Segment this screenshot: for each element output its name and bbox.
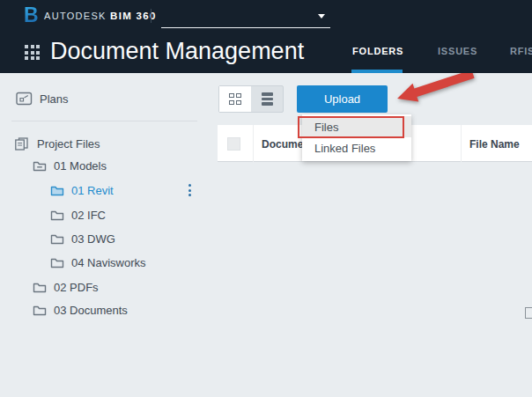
tab-rfis[interactable]: RFIS (510, 46, 532, 56)
project-files-icon (14, 137, 30, 151)
tab-folders[interactable]: FOLDERS (352, 46, 403, 56)
sidebar-item-plans[interactable]: Plans (0, 88, 220, 109)
grid-view-button[interactable] (219, 86, 251, 112)
select-all-checkbox[interactable] (227, 137, 240, 151)
folder-item-01-revit[interactable]: 01 Revit (0, 180, 255, 201)
top-bar: B AUTODESK BIM 360 (0, 0, 532, 32)
module-picker-icon[interactable] (25, 45, 40, 60)
module-header: Document Management FOLDERS ISSUES RFIS (0, 32, 532, 73)
active-tab-indicator (351, 70, 403, 73)
sidebar-item-project-files[interactable]: Project Files (0, 133, 218, 154)
brand-autodesk: AUTODESK (44, 11, 107, 21)
list-view-button[interactable] (251, 86, 283, 112)
tab-issues[interactable]: ISSUES (438, 46, 477, 56)
folder-selected-icon (50, 185, 64, 196)
bim360-window: B AUTODESK BIM 360 Document Management F… (0, 0, 532, 397)
folder-item-02-pdfs[interactable]: 02 PDFs (0, 276, 237, 298)
folder-item-label: 01 Models (54, 159, 107, 173)
folder-item-label: 01 Revit (71, 184, 114, 197)
folder-item-label: 03 Documents (54, 304, 128, 317)
folder-icon (33, 305, 47, 316)
folder-item-03-documents[interactable]: 03 Documents (0, 299, 237, 320)
content-area: Plans Project Files 01 Models (0, 73, 532, 397)
folder-icon (50, 210, 64, 221)
upload-button[interactable]: Upload (297, 85, 388, 113)
sidebar-item-label: Plans (40, 92, 69, 106)
sidebar-divider (11, 121, 197, 121)
page-title: Document Management (50, 38, 304, 65)
folder-item-label: 04 Navisworks (71, 256, 146, 269)
column-divider (461, 125, 462, 162)
brand-product: BIM 360 (110, 11, 157, 21)
folder-item-label: 02 IFC (71, 209, 106, 222)
folder-item-label: 02 PDFs (54, 281, 99, 294)
folder-open-icon (33, 160, 47, 172)
folder-options-kebab-icon[interactable] (184, 184, 195, 196)
folder-item-label: 03 DWG (71, 232, 115, 246)
folder-item-04-navisworks[interactable]: 04 Navisworks (0, 252, 255, 273)
clipped-document-icon (525, 307, 532, 319)
menu-item-files[interactable]: Files (302, 116, 411, 137)
menu-item-linked-files[interactable]: Linked Files (302, 137, 411, 158)
list-view-icon (262, 92, 273, 106)
bim360-logo-icon: B (24, 4, 39, 27)
column-header-file-name: File Name (469, 138, 520, 151)
project-selector[interactable] (161, 6, 330, 28)
column-divider (253, 125, 254, 162)
folder-icon (50, 257, 64, 268)
folder-item-02-ifc[interactable]: 02 IFC (0, 204, 255, 225)
upload-dropdown-menu: Files Linked Files (302, 114, 411, 161)
folder-item-01-models[interactable]: 01 Models (0, 155, 237, 176)
sidebar-item-label: Project Files (37, 137, 100, 151)
folder-item-03-dwg[interactable]: 03 DWG (0, 228, 255, 249)
view-toggle-group (218, 85, 284, 113)
folder-icon (33, 282, 47, 293)
chevron-down-icon (318, 14, 325, 18)
brand-text: AUTODESK BIM 360 (44, 11, 157, 21)
plans-icon (16, 92, 33, 106)
folder-icon (50, 233, 64, 245)
grid-view-icon (229, 93, 241, 106)
brand-divider (151, 9, 151, 23)
